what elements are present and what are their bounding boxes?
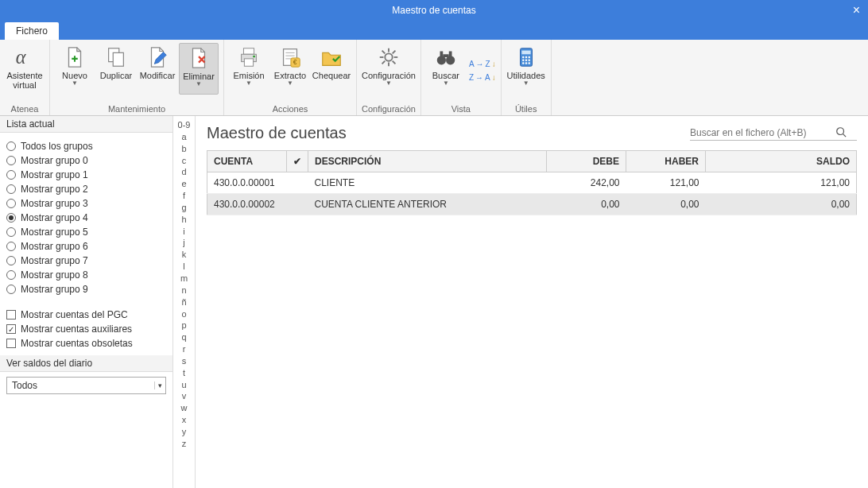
- radio-10[interactable]: Mostrar grupo 9: [6, 282, 166, 296]
- table-row[interactable]: 430.0.0.00001CLIENTE242,00121,00121,00: [207, 172, 857, 194]
- radio-label: Mostrar grupo 2: [21, 184, 88, 195]
- letter-u[interactable]: u: [181, 379, 186, 391]
- diario-value: Todos: [12, 380, 37, 391]
- check-1[interactable]: Mostrar cuentas auxiliares: [6, 322, 166, 336]
- col-haber[interactable]: HABER: [626, 151, 706, 172]
- tab-fichero[interactable]: Fichero: [5, 22, 59, 40]
- chevron-down-icon: ▼: [386, 80, 392, 87]
- radio-4[interactable]: Mostrar grupo 3: [6, 196, 166, 211]
- search-box[interactable]: [690, 126, 857, 141]
- radio-icon: [6, 170, 16, 180]
- close-icon[interactable]: ×: [853, 3, 860, 17]
- radio-1[interactable]: Mostrar grupo 0: [6, 153, 166, 168]
- letter-i[interactable]: i: [183, 226, 184, 238]
- svg-line-19: [393, 61, 396, 64]
- letter-o[interactable]: o: [181, 308, 186, 320]
- letter-q[interactable]: q: [181, 331, 186, 343]
- sort-asc[interactable]: A→Z↓: [469, 60, 496, 68]
- check-list: Mostrar cuentas del PGCMostrar cuentas a…: [0, 303, 172, 355]
- radio-2[interactable]: Mostrar grupo 1: [6, 168, 166, 182]
- ribbon-btn-modificar[interactable]: Modificar: [138, 43, 177, 95]
- ribbon-btn-eliminar[interactable]: Eliminar▼: [179, 43, 219, 95]
- letter-z[interactable]: z: [182, 438, 187, 450]
- letter-l[interactable]: l: [183, 261, 184, 273]
- ribbon-btn-utilidades[interactable]: Utilidades▼: [506, 43, 546, 93]
- print-icon: [236, 45, 262, 70]
- chevron-down-icon: ▼: [287, 80, 293, 87]
- check-0[interactable]: Mostrar cuentas del PGC: [6, 308, 166, 322]
- ribbon-btn-asistente[interactable]: αAsistentevirtual: [5, 43, 45, 93]
- ribbon-btn-configuración[interactable]: Configuración▼: [369, 43, 409, 93]
- radio-label: Mostrar grupo 0: [21, 155, 88, 166]
- radio-9[interactable]: Mostrar grupo 8: [6, 268, 166, 282]
- ribbon-btn-extracto[interactable]: €Extracto▼: [270, 43, 310, 93]
- svg-line-21: [382, 61, 386, 64]
- duplicate-icon: [103, 45, 129, 70]
- letter-k[interactable]: k: [182, 249, 187, 261]
- col-debe[interactable]: DEBE: [547, 151, 626, 172]
- ribbon-btn-nuevo[interactable]: Nuevo▼: [55, 43, 95, 95]
- letter-e[interactable]: e: [181, 178, 186, 190]
- svg-point-13: [385, 53, 392, 60]
- ribbon-btn-emisión[interactable]: Emisión▼: [229, 43, 269, 93]
- ribbon-group: Configuración▼Configuración: [357, 40, 421, 115]
- ribbon-btn-label: Buscar▼: [432, 71, 459, 91]
- sort-desc[interactable]: Z→A↓: [469, 73, 496, 82]
- letter-y[interactable]: y: [182, 426, 187, 438]
- cell-saldo: 0,00: [706, 194, 857, 215]
- letter-ñ[interactable]: ñ: [181, 296, 186, 308]
- table-row[interactable]: 430.0.0.00002CUENTA CLIENTE ANTERIOR0,00…: [207, 194, 857, 215]
- letter-w[interactable]: w: [181, 402, 188, 414]
- radio-icon: [6, 141, 16, 151]
- letter-g[interactable]: g: [181, 202, 186, 214]
- letter-r[interactable]: r: [183, 343, 186, 355]
- letter-s[interactable]: s: [182, 355, 187, 367]
- col-check[interactable]: ✔: [287, 151, 308, 172]
- cell-haber: 121,00: [626, 172, 706, 194]
- svg-text:α: α: [16, 46, 27, 68]
- letter-c[interactable]: c: [182, 155, 187, 167]
- titlebar: Maestro de cuentas ×: [0, 0, 868, 21]
- col-saldo[interactable]: SALDO: [706, 151, 857, 172]
- letter-0-9[interactable]: 0-9: [178, 119, 191, 131]
- svg-text:€: €: [293, 58, 297, 66]
- letter-m[interactable]: m: [180, 273, 188, 285]
- letter-x[interactable]: x: [182, 414, 187, 426]
- letter-p[interactable]: p: [181, 320, 186, 331]
- ribbon-btn-label: Chequear: [312, 71, 351, 91]
- radio-icon: [6, 285, 16, 294]
- letter-f[interactable]: f: [183, 190, 185, 202]
- radio-icon: [6, 227, 16, 237]
- radio-label: Mostrar grupo 4: [21, 212, 88, 223]
- search-input[interactable]: [690, 126, 833, 140]
- letter-b[interactable]: b: [181, 143, 186, 155]
- ribbon-btn-duplicar[interactable]: Duplicar: [96, 43, 136, 95]
- ribbon-btn-buscar[interactable]: Buscar▼: [426, 43, 466, 93]
- radio-0[interactable]: Todos los grupos: [6, 139, 166, 153]
- letter-d[interactable]: d: [181, 166, 186, 178]
- cell-debe: 0,00: [547, 194, 626, 215]
- radio-7[interactable]: Mostrar grupo 6: [6, 239, 166, 254]
- ribbon-btn-chequear[interactable]: Chequear: [312, 43, 351, 93]
- diario-title: Ver saldos del diario: [0, 355, 172, 372]
- letter-t[interactable]: t: [183, 367, 185, 379]
- radio-icon: [6, 156, 16, 165]
- check-2[interactable]: Mostrar cuentas obsoletas: [6, 336, 166, 351]
- ribbon-btn-label: Eliminar▼: [183, 72, 215, 92]
- radio-8[interactable]: Mostrar grupo 7: [6, 254, 166, 268]
- letter-a[interactable]: a: [181, 131, 186, 143]
- radio-3[interactable]: Mostrar grupo 2: [6, 182, 166, 196]
- radio-5[interactable]: Mostrar grupo 4: [6, 211, 166, 225]
- col-cuenta[interactable]: CUENTA: [207, 151, 287, 172]
- svg-rect-28: [521, 51, 530, 55]
- letter-v[interactable]: v: [182, 390, 187, 402]
- diario-dropdown[interactable]: Todos ▾: [6, 377, 166, 394]
- col-descripcion[interactable]: DESCRIPCIÓN: [308, 151, 547, 172]
- radio-6[interactable]: Mostrar grupo 5: [6, 225, 166, 239]
- ribbon-group-label: Útiles: [515, 103, 537, 114]
- search-icon[interactable]: [833, 126, 849, 140]
- svg-point-37: [528, 62, 529, 64]
- letter-j[interactable]: j: [183, 237, 184, 249]
- letter-n[interactable]: n: [181, 285, 186, 296]
- letter-h[interactable]: h: [181, 214, 186, 226]
